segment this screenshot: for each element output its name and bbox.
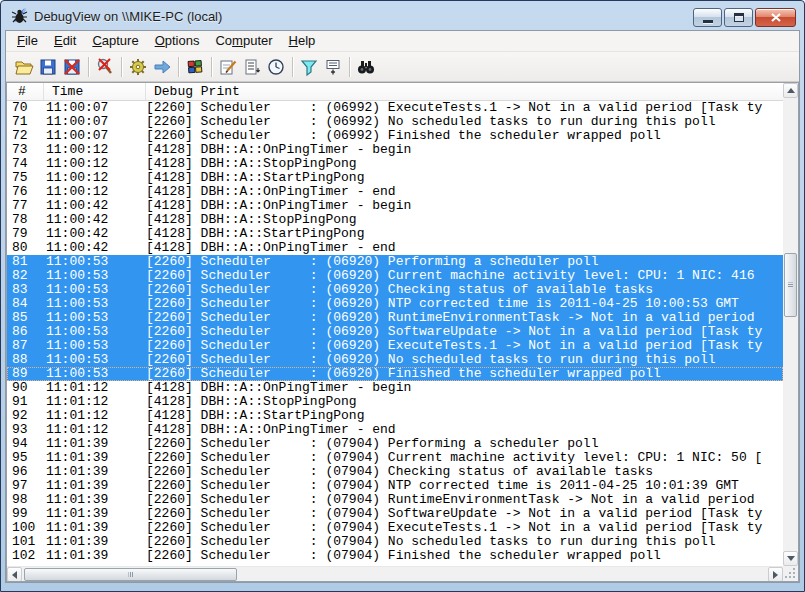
row-number: 93 xyxy=(7,423,44,437)
always-on-top-button[interactable] xyxy=(240,55,264,79)
log-row[interactable]: 7711:00:42[4128] DBH::A::OnPingTimer - b… xyxy=(7,199,783,213)
log-row[interactable]: 9711:01:39[2260] Scheduler : (07904) NTP… xyxy=(7,479,783,493)
menu-help[interactable]: Help xyxy=(281,31,324,51)
log-row[interactable]: 8711:00:53[2260] Scheduler : (06920) Exe… xyxy=(7,339,783,353)
log-row[interactable]: 9311:01:12[4128] DBH::A::OnPingTimer - e… xyxy=(7,423,783,437)
row-debug-print: [4128] DBH::A::OnPingTimer - end xyxy=(146,423,783,437)
vertical-scroll-thumb[interactable] xyxy=(784,253,797,317)
gear-icon xyxy=(128,57,148,77)
history-depth-icon xyxy=(323,57,343,77)
row-time: 11:01:39 xyxy=(44,465,146,479)
row-debug-print: [4128] DBH::A::OnPingTimer - begin xyxy=(146,199,783,213)
menu-options[interactable]: Options xyxy=(147,31,208,51)
close-button[interactable] xyxy=(755,8,796,27)
titlebar[interactable]: DebugView on \\MIKE-PC (local) xyxy=(5,1,800,30)
arrow-left-icon xyxy=(12,571,17,579)
scroll-right-button[interactable] xyxy=(768,567,783,582)
toolbar-separator xyxy=(211,57,212,77)
log-row[interactable]: 9811:01:39[2260] Scheduler : (07904) Run… xyxy=(7,493,783,507)
log-row[interactable]: 7311:00:12[4128] DBH::A::OnPingTimer - b… xyxy=(7,143,783,157)
log-row[interactable]: 9411:01:39[2260] Scheduler : (07904) Per… xyxy=(7,437,783,451)
log-row[interactable]: 8911:00:53[2260] Scheduler : (06920) Fin… xyxy=(7,367,783,381)
scroll-left-button[interactable] xyxy=(7,567,22,582)
log-row[interactable]: 9911:01:39[2260] Scheduler : (07904) Sof… xyxy=(7,507,783,521)
log-row[interactable]: 8611:00:53[2260] Scheduler : (06920) Sof… xyxy=(7,325,783,339)
column-header-number[interactable]: # xyxy=(7,83,44,100)
capture-win32-button[interactable] xyxy=(183,55,207,79)
menu-capture[interactable]: Capture xyxy=(84,31,146,51)
scroll-up-button[interactable] xyxy=(783,83,798,98)
row-time: 11:01:39 xyxy=(44,507,146,521)
arrow-right-icon xyxy=(773,571,778,579)
log-row[interactable]: 10111:01:39[2260] Scheduler : (07904) No… xyxy=(7,535,783,549)
capture-toggle-button[interactable] xyxy=(93,55,117,79)
row-number: 72 xyxy=(7,129,44,143)
maximize-button[interactable] xyxy=(724,8,753,27)
history-depth-button[interactable] xyxy=(321,55,345,79)
log-row[interactable]: 7111:00:07[2260] Scheduler : (06992) No … xyxy=(7,115,783,129)
funnel-icon xyxy=(299,57,319,77)
debugview-bug-icon[interactable] xyxy=(11,8,28,25)
row-debug-print: [2260] Scheduler : (06920) Finished the … xyxy=(146,367,783,381)
row-time: 11:00:12 xyxy=(44,143,146,157)
minimize-button[interactable] xyxy=(693,8,722,27)
capture-global-button[interactable] xyxy=(126,55,150,79)
vertical-scrollbar[interactable] xyxy=(783,83,798,566)
row-debug-print: [2260] Scheduler : (06992) No scheduled … xyxy=(146,115,783,129)
row-time: 11:01:12 xyxy=(44,423,146,437)
log-row[interactable]: 9211:01:12[4128] DBH::A::StartPingPong xyxy=(7,409,783,423)
column-header-time[interactable]: Time xyxy=(44,83,146,100)
log-row[interactable]: 9011:01:12[4128] DBH::A::OnPingTimer - b… xyxy=(7,381,783,395)
row-debug-print: [2260] Scheduler : (06920) NTP corrected… xyxy=(146,297,783,311)
row-time: 11:00:12 xyxy=(44,157,146,171)
log-row[interactable]: 8011:00:42[4128] DBH::A::OnPingTimer - e… xyxy=(7,241,783,255)
log-row[interactable]: 8211:00:53[2260] Scheduler : (06920) Cur… xyxy=(7,269,783,283)
toolbar xyxy=(6,52,799,82)
menu-edit[interactable]: Edit xyxy=(46,31,84,51)
log-row[interactable]: 7411:00:12[4128] DBH::A::StopPingPong xyxy=(7,157,783,171)
row-number: 75 xyxy=(7,171,44,185)
passthrough-button[interactable] xyxy=(150,55,174,79)
row-number: 98 xyxy=(7,493,44,507)
log-row[interactable]: 8411:00:53[2260] Scheduler : (06920) NTP… xyxy=(7,297,783,311)
find-button[interactable] xyxy=(354,55,378,79)
resize-grip[interactable] xyxy=(783,566,798,581)
log-row[interactable]: 7511:00:12[4128] DBH::A::StartPingPong xyxy=(7,171,783,185)
scroll-down-button[interactable] xyxy=(783,551,798,566)
log-row[interactable]: 9111:01:12[4128] DBH::A::StopPingPong xyxy=(7,395,783,409)
row-debug-print: [2260] Scheduler : (06920) Current machi… xyxy=(146,269,783,283)
row-debug-print: [2260] Scheduler : (07904) RuntimeEnviro… xyxy=(146,493,783,507)
log-row[interactable]: 7611:00:12[4128] DBH::A::OnPingTimer - e… xyxy=(7,185,783,199)
log-row[interactable]: 8111:00:53[2260] Scheduler : (06920) Per… xyxy=(7,255,783,269)
row-time: 11:00:12 xyxy=(44,171,146,185)
log-row[interactable]: 8511:00:53[2260] Scheduler : (06920) Run… xyxy=(7,311,783,325)
row-number: 101 xyxy=(7,535,44,549)
row-debug-print: [2260] Scheduler : (06920) SoftwareUpdat… xyxy=(146,325,783,339)
log-row[interactable]: 7811:00:42[4128] DBH::A::StopPingPong xyxy=(7,213,783,227)
open-log-button[interactable] xyxy=(12,55,36,79)
horizontal-scroll-thumb[interactable] xyxy=(24,568,237,581)
menu-computer[interactable]: Computer xyxy=(207,31,280,51)
log-row[interactable]: 9611:01:39[2260] Scheduler : (07904) Che… xyxy=(7,465,783,479)
close-log-button[interactable] xyxy=(60,55,84,79)
log-row[interactable]: 9511:01:39[2260] Scheduler : (07904) Cur… xyxy=(7,451,783,465)
row-debug-print: [4128] DBH::A::OnPingTimer - begin xyxy=(146,381,783,395)
log-row[interactable]: 10011:01:39[2260] Scheduler : (07904) Ex… xyxy=(7,521,783,535)
save-log-button[interactable] xyxy=(36,55,60,79)
column-header-debug-print[interactable]: Debug Print xyxy=(146,83,783,100)
clock-time-button[interactable] xyxy=(264,55,288,79)
log-row[interactable]: 8311:00:53[2260] Scheduler : (06920) Che… xyxy=(7,283,783,297)
open-folder-icon xyxy=(14,57,34,77)
row-debug-print: [4128] DBH::A::StopPingPong xyxy=(146,157,783,171)
toolbar-separator xyxy=(88,57,89,77)
log-row[interactable]: 10211:01:39[2260] Scheduler : (07904) Fi… xyxy=(7,549,783,563)
filter-highlight-button[interactable] xyxy=(297,55,321,79)
log-boot-button[interactable] xyxy=(216,55,240,79)
horizontal-scrollbar[interactable] xyxy=(7,566,783,581)
log-row[interactable]: 7011:00:07[2260] Scheduler : (06992) Exe… xyxy=(7,101,783,115)
row-number: 86 xyxy=(7,325,44,339)
menu-file[interactable]: File xyxy=(9,31,46,51)
log-row[interactable]: 8811:00:53[2260] Scheduler : (06920) No … xyxy=(7,353,783,367)
log-row[interactable]: 7911:00:42[4128] DBH::A::StartPingPong xyxy=(7,227,783,241)
log-row[interactable]: 7211:00:07[2260] Scheduler : (06992) Fin… xyxy=(7,129,783,143)
